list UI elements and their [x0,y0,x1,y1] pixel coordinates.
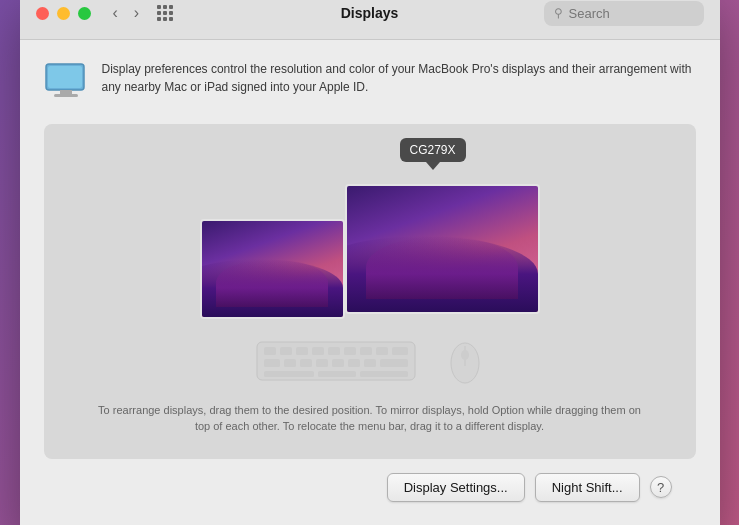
svg-rect-6 [280,347,292,355]
svg-rect-9 [328,347,340,355]
wallpaper-main [202,221,343,317]
keyboard-area [64,324,676,394]
traffic-lights [36,7,91,20]
svg-rect-19 [348,359,360,367]
help-button[interactable]: ? [650,476,672,498]
monitor-tooltip: CG279X [400,138,466,170]
minimize-button[interactable] [57,7,70,20]
svg-rect-22 [264,371,314,377]
description-text: Display preferences control the resoluti… [102,60,696,96]
svg-rect-21 [380,359,408,367]
night-shift-button[interactable]: Night Shift... [535,473,640,502]
svg-rect-17 [316,359,328,367]
info-text: To rearrange displays, drag them to the … [64,394,676,439]
maximize-button[interactable] [78,7,91,20]
monitor-secondary[interactable] [345,184,540,314]
svg-rect-16 [300,359,312,367]
search-bar[interactable]: ⚲ [544,1,704,26]
content-area: Display preferences control the resoluti… [20,40,720,526]
description-row: Display preferences control the resoluti… [44,60,696,104]
svg-rect-18 [332,359,344,367]
svg-rect-5 [264,347,276,355]
svg-rect-14 [264,359,280,367]
svg-rect-1 [48,66,82,88]
monitor-main[interactable] [200,219,345,319]
mouse-icon [446,336,484,386]
titlebar: ‹ › Displays ⚲ [20,0,720,40]
grid-icon [157,5,173,21]
monitors-container [64,144,676,324]
monitor-icon [44,62,88,104]
svg-rect-20 [364,359,376,367]
svg-rect-7 [296,347,308,355]
svg-rect-24 [360,371,408,377]
svg-point-27 [461,350,469,360]
search-input[interactable] [569,6,694,21]
svg-rect-8 [312,347,324,355]
display-settings-button[interactable]: Display Settings... [387,473,525,502]
tooltip-label: CG279X [400,138,466,162]
svg-rect-13 [392,347,408,355]
svg-rect-23 [318,371,356,377]
grid-button[interactable] [153,1,177,25]
svg-rect-3 [54,94,78,97]
svg-rect-10 [344,347,356,355]
main-window: ‹ › Displays ⚲ [20,0,720,525]
back-button[interactable]: ‹ [107,0,124,26]
svg-rect-11 [360,347,372,355]
search-icon: ⚲ [554,6,563,20]
svg-rect-2 [60,90,72,94]
keyboard-icon [256,341,416,381]
nav-buttons: ‹ › [107,0,146,26]
display-area: CG279X [44,124,696,459]
close-button[interactable] [36,7,49,20]
wallpaper-secondary [347,186,538,312]
forward-button[interactable]: › [128,0,145,26]
tooltip-arrow [426,162,440,170]
svg-rect-12 [376,347,388,355]
bottom-buttons: Display Settings... Night Shift... ? [44,459,696,518]
svg-rect-15 [284,359,296,367]
window-title: Displays [341,5,399,21]
